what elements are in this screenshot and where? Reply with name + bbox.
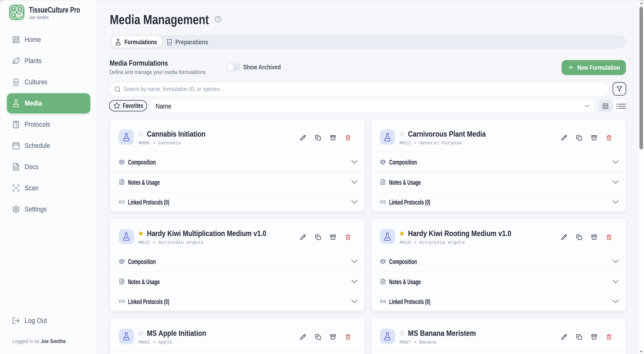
svg-text:C: C (19, 7, 21, 11)
svg-text:P: P (12, 14, 14, 17)
svg-text:T: T (12, 7, 14, 11)
